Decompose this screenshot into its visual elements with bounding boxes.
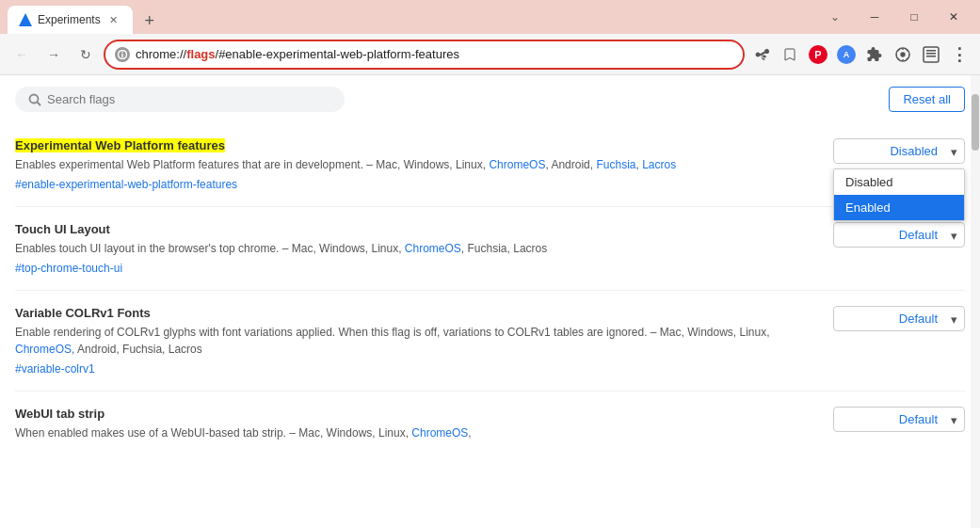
flag-link-chromeos-4[interactable]: ChromeOS bbox=[411, 426, 468, 440]
tab-overflow-button[interactable]: ⌄ bbox=[822, 4, 848, 30]
refresh-button[interactable]: ↻ bbox=[72, 40, 100, 69]
active-tab[interactable]: Experiments ✕ bbox=[8, 6, 133, 34]
pinterest-icon: P bbox=[809, 45, 827, 64]
flags-list: Experimental Web Platform features Enabl… bbox=[0, 123, 980, 528]
tab-icon bbox=[19, 13, 32, 26]
new-tab-button[interactable]: + bbox=[137, 8, 163, 34]
flag-control-variable-colrv1: Default Disabled Enabled bbox=[824, 306, 965, 331]
dropdown-option-disabled[interactable]: Disabled bbox=[834, 169, 964, 195]
address-text: chrome://flags/#enable-experimental-web-… bbox=[136, 47, 733, 61]
profile-button[interactable] bbox=[918, 41, 944, 68]
scrollbar[interactable] bbox=[971, 75, 980, 528]
extensions-button[interactable] bbox=[861, 41, 888, 68]
svg-rect-6 bbox=[926, 53, 936, 55]
close-button[interactable]: ✕ bbox=[935, 4, 972, 30]
flag-dropdown-open-experimental[interactable]: Disabled Enabled bbox=[833, 168, 965, 221]
flag-item-experimental-web-platform: Experimental Web Platform features Enabl… bbox=[15, 123, 965, 207]
flag-control-touch-ui: Default Disabled Enabled bbox=[824, 222, 965, 248]
svg-rect-7 bbox=[926, 56, 936, 57]
dropdown-option-enabled[interactable]: Enabled bbox=[834, 195, 964, 220]
search-row: Reset all bbox=[0, 75, 980, 123]
share-button[interactable] bbox=[748, 41, 775, 68]
title-bar: Experiments ✕ + ⌄ ─ □ ✕ bbox=[0, 0, 980, 34]
svg-point-4 bbox=[901, 53, 905, 56]
flag-select-touch-ui[interactable]: Default Disabled Enabled bbox=[833, 222, 965, 248]
reset-all-button[interactable]: Reset all bbox=[889, 87, 965, 112]
flag-select-wrapper-webui-tab-strip: Default Disabled Enabled bbox=[833, 407, 965, 432]
flag-select-wrapper-touch-ui: Default Disabled Enabled bbox=[833, 222, 965, 248]
flag-link-chromeos[interactable]: ChromeOS bbox=[489, 158, 545, 171]
forward-button[interactable]: → bbox=[40, 40, 68, 69]
maximize-button[interactable]: □ bbox=[895, 4, 933, 30]
flag-info-variable-colrv1: Variable COLRv1 Fonts Enable rendering o… bbox=[15, 306, 805, 376]
address-bar[interactable]: chrome://flags/#enable-experimental-web-… bbox=[104, 40, 745, 70]
site-info-icon[interactable] bbox=[115, 47, 130, 62]
svg-point-9 bbox=[30, 94, 39, 103]
nav-right-icons: P A ⋮ bbox=[748, 41, 972, 68]
window-controls: ─ □ ✕ bbox=[856, 4, 972, 30]
flag-link-lacros[interactable]: Lacros bbox=[642, 158, 676, 171]
flag-item-variable-colrv1: Variable COLRv1 Fonts Enable rendering o… bbox=[15, 291, 965, 392]
flag-control-webui-tab-strip: Default Disabled Enabled bbox=[824, 407, 965, 432]
flag-title-webui-tab-strip: WebUI tab strip bbox=[15, 407, 805, 421]
svg-point-2 bbox=[121, 51, 123, 53]
flag-select-variable-colrv1[interactable]: Default Disabled Enabled bbox=[833, 306, 965, 331]
back-button[interactable]: ← bbox=[8, 40, 36, 69]
flag-title-variable-colrv1: Variable COLRv1 Fonts bbox=[15, 306, 805, 320]
flag-info-experimental: Experimental Web Platform features Enabl… bbox=[15, 138, 805, 191]
translate-icon: A bbox=[837, 45, 856, 64]
performance-button[interactable] bbox=[890, 41, 916, 68]
main-content: Reset all Experimental Web Platform feat… bbox=[0, 75, 980, 528]
flag-desc-touch-ui: Enables touch UI layout in the browser's… bbox=[15, 240, 805, 257]
flag-link-variable-colrv1[interactable]: #variable-colrv1 bbox=[15, 362, 95, 376]
flag-select-webui-tab-strip[interactable]: Default Disabled Enabled bbox=[833, 407, 965, 432]
scrollbar-thumb[interactable] bbox=[972, 94, 979, 151]
flag-title-highlighted: Experimental Web Platform features bbox=[15, 138, 225, 152]
nav-bar: ← → ↻ chrome://flags/#enable-experimenta… bbox=[0, 34, 980, 75]
flag-title-touch-ui: Touch UI Layout bbox=[15, 222, 805, 236]
svg-rect-8 bbox=[926, 50, 936, 52]
flag-info-touch-ui: Touch UI Layout Enables touch UI layout … bbox=[15, 222, 805, 275]
flag-link-touch-ui[interactable]: #top-chrome-touch-ui bbox=[15, 262, 122, 275]
search-input[interactable] bbox=[47, 92, 311, 106]
flag-link-chromeos-2[interactable]: ChromeOS bbox=[405, 242, 461, 255]
search-icon bbox=[28, 93, 41, 106]
flag-desc-webui-tab-strip: When enabled makes use of a WebUI-based … bbox=[15, 424, 805, 441]
tab-close-button[interactable]: ✕ bbox=[106, 12, 121, 27]
flag-info-webui-tab-strip: WebUI tab strip When enabled makes use o… bbox=[15, 407, 805, 445]
svg-rect-1 bbox=[121, 54, 122, 57]
flag-link-chromeos-3[interactable]: ChromeOS bbox=[15, 343, 72, 356]
flag-select-experimental[interactable]: Default Disabled Enabled bbox=[833, 138, 965, 164]
flag-title-experimental: Experimental Web Platform features bbox=[15, 138, 805, 152]
flag-item-touch-ui: Touch UI Layout Enables touch UI layout … bbox=[15, 207, 965, 291]
pinterest-button[interactable]: P bbox=[805, 41, 831, 68]
flag-desc-experimental: Enables experimental Web Platform featur… bbox=[15, 156, 805, 173]
flag-select-wrapper-variable-colrv1: Default Disabled Enabled bbox=[833, 306, 965, 331]
tab-title: Experiments bbox=[38, 13, 101, 26]
menu-button[interactable]: ⋮ bbox=[946, 41, 972, 68]
flag-control-experimental: Default Disabled Enabled Disabled Enable… bbox=[824, 138, 965, 164]
translate-button[interactable]: A bbox=[833, 41, 860, 68]
tab-strip: Experiments ✕ + bbox=[8, 0, 814, 34]
search-box[interactable] bbox=[15, 87, 345, 112]
svg-rect-5 bbox=[924, 47, 939, 62]
bookmark-button[interactable] bbox=[777, 41, 803, 68]
flag-link-fuchsia[interactable]: Fuchsia bbox=[596, 158, 635, 171]
flag-item-webui-tab-strip: WebUI tab strip When enabled makes use o… bbox=[15, 392, 965, 460]
flag-desc-variable-colrv1: Enable rendering of COLRv1 glyphs with f… bbox=[15, 324, 805, 358]
flag-select-wrapper-experimental: Default Disabled Enabled bbox=[833, 138, 965, 164]
flag-link-experimental[interactable]: #enable-experimental-web-platform-featur… bbox=[15, 178, 237, 191]
minimize-button[interactable]: ─ bbox=[856, 4, 893, 30]
